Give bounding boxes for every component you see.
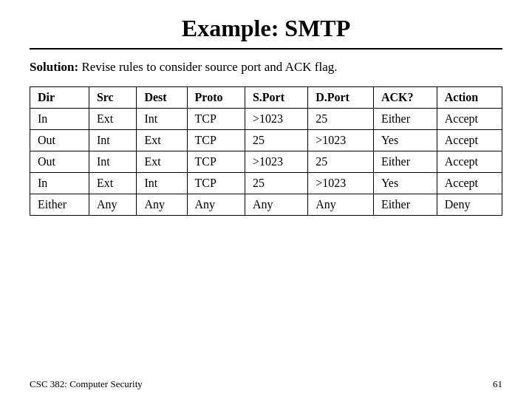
table-header: D.Port — [308, 86, 374, 108]
table-cell: Any — [89, 194, 137, 215]
table-cell: Int — [89, 129, 137, 151]
footer-page: 61 — [493, 378, 502, 390]
table-cell: Either — [30, 194, 89, 215]
table-cell: TCP — [187, 108, 245, 129]
table-cell: >1023 — [308, 172, 374, 194]
table-cell: Out — [30, 129, 89, 151]
table-cell: In — [30, 172, 89, 194]
table-cell: Ext — [137, 151, 187, 172]
table-cell: 25 — [245, 129, 307, 151]
page: Example: SMTP Solution: Revise rules to … — [0, 0, 532, 399]
table-cell: Any — [245, 194, 307, 215]
table-cell: Either — [373, 108, 437, 129]
table-cell: TCP — [187, 151, 245, 172]
table-cell: Any — [308, 194, 374, 215]
table-header: Action — [437, 86, 502, 108]
table-header-row: DirSrcDestProtoS.PortD.PortACK?Action — [30, 86, 502, 108]
table-cell: Accept — [437, 172, 502, 194]
table-cell: Yes — [373, 172, 437, 194]
table-cell: Int — [89, 151, 137, 172]
table-row: OutIntExtTCP25>1023YesAccept — [30, 129, 502, 151]
table-cell: Yes — [373, 129, 437, 151]
footer: CSC 382: Computer Security 61 — [0, 378, 532, 390]
table-cell: Either — [373, 151, 437, 172]
table-cell: Deny — [437, 194, 502, 215]
table-cell: In — [30, 108, 89, 129]
table-header: S.Port — [245, 86, 307, 108]
table-header: Dest — [137, 86, 187, 108]
table-cell: Accept — [437, 108, 502, 129]
footer-course: CSC 382: Computer Security — [30, 378, 143, 390]
page-title: Example: SMTP — [30, 15, 502, 42]
table-header: Dir — [30, 86, 89, 108]
table-cell: >1023 — [245, 108, 307, 129]
table-cell: >1023 — [308, 129, 374, 151]
table-body: InExtIntTCP>102325EitherAcceptOutIntExtT… — [30, 108, 502, 215]
table-cell: Any — [187, 194, 245, 215]
table-cell: Ext — [89, 172, 137, 194]
table-cell: TCP — [187, 172, 245, 194]
table-cell: Any — [137, 194, 187, 215]
table-row: OutIntExtTCP>102325EitherAccept — [30, 151, 502, 172]
firewall-table: DirSrcDestProtoS.PortD.PortACK?Action In… — [30, 86, 502, 216]
solution-text: Solution: Revise rules to consider sourc… — [30, 58, 502, 76]
table-row: InExtIntTCP>102325EitherAccept — [30, 108, 502, 129]
table-cell: 25 — [308, 108, 374, 129]
table-cell: 25 — [308, 151, 374, 172]
table-cell: Ext — [89, 108, 137, 129]
solution-body: Revise rules to consider source port and… — [78, 60, 337, 74]
table-header: Proto — [187, 86, 245, 108]
table-header: ACK? — [373, 86, 437, 108]
table-cell: Out — [30, 151, 89, 172]
divider — [30, 48, 502, 50]
table-cell: Accept — [437, 151, 502, 172]
table-row: InExtIntTCP25>1023YesAccept — [30, 172, 502, 194]
table-cell: Accept — [437, 129, 502, 151]
table-cell: Ext — [137, 129, 187, 151]
table-cell: Int — [137, 172, 187, 194]
solution-label: Solution: — [30, 60, 78, 74]
table-cell: 25 — [245, 172, 307, 194]
table-row: EitherAnyAnyAnyAnyAnyEitherDeny — [30, 194, 502, 215]
table-header: Src — [89, 86, 137, 108]
table-cell: Either — [373, 194, 437, 215]
table-cell: Int — [137, 108, 187, 129]
table-cell: >1023 — [245, 151, 307, 172]
table-cell: TCP — [187, 129, 245, 151]
